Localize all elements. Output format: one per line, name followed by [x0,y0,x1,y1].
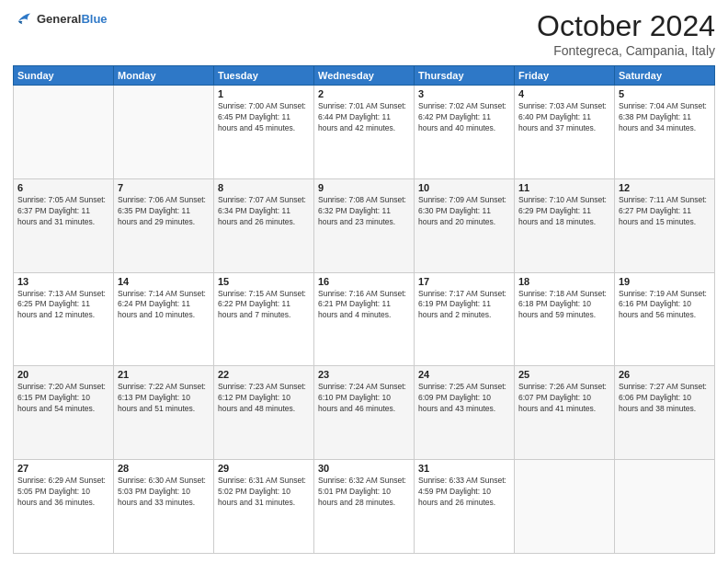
header: GeneralBlue October 2024 Fontegreca, Cam… [13,9,715,58]
calendar-week-5: 27Sunrise: 6:29 AM Sunset: 5:05 PM Dayli… [14,460,715,554]
day-number: 6 [17,182,109,193]
day-info: Sunrise: 6:33 AM Sunset: 4:59 PM Dayligh… [418,476,510,509]
day-info: Sunrise: 7:22 AM Sunset: 6:13 PM Dayligh… [118,382,210,415]
calendar-cell: 10Sunrise: 7:09 AM Sunset: 6:30 PM Dayli… [415,178,515,272]
day-info: Sunrise: 7:08 AM Sunset: 6:32 PM Dayligh… [318,195,410,228]
col-monday: Monday [114,66,214,86]
day-info: Sunrise: 7:26 AM Sunset: 6:07 PM Dayligh… [518,382,610,415]
calendar-cell: 5Sunrise: 7:04 AM Sunset: 6:38 PM Daylig… [615,86,715,179]
calendar-week-1: 1Sunrise: 7:00 AM Sunset: 6:45 PM Daylig… [14,86,715,179]
day-number: 14 [118,276,210,287]
logo-text: GeneralBlue [37,12,108,27]
day-info: Sunrise: 7:18 AM Sunset: 6:18 PM Dayligh… [518,289,610,322]
day-number: 15 [218,276,310,287]
calendar-cell: 21Sunrise: 7:22 AM Sunset: 6:13 PM Dayli… [114,366,214,460]
calendar-cell: 31Sunrise: 6:33 AM Sunset: 4:59 PM Dayli… [415,460,515,554]
day-info: Sunrise: 7:01 AM Sunset: 6:44 PM Dayligh… [318,101,410,134]
day-number: 25 [518,369,610,380]
logo-bird-icon [13,9,33,29]
calendar-header-row: Sunday Monday Tuesday Wednesday Thursday… [14,66,715,86]
day-number: 12 [619,182,711,193]
calendar-cell: 22Sunrise: 7:23 AM Sunset: 6:12 PM Dayli… [214,366,314,460]
day-info: Sunrise: 7:17 AM Sunset: 6:19 PM Dayligh… [418,289,510,322]
logo-general: General [37,12,81,26]
calendar-table: Sunday Monday Tuesday Wednesday Thursday… [13,65,715,554]
calendar-cell: 24Sunrise: 7:25 AM Sunset: 6:09 PM Dayli… [415,366,515,460]
col-wednesday: Wednesday [314,66,415,86]
day-number: 19 [619,276,711,287]
day-number: 9 [318,182,410,193]
calendar-cell: 28Sunrise: 6:30 AM Sunset: 5:03 PM Dayli… [114,460,214,554]
calendar-cell: 30Sunrise: 6:32 AM Sunset: 5:01 PM Dayli… [314,460,415,554]
day-info: Sunrise: 6:31 AM Sunset: 5:02 PM Dayligh… [218,476,310,509]
calendar-cell: 29Sunrise: 6:31 AM Sunset: 5:02 PM Dayli… [214,460,314,554]
day-number: 27 [17,463,109,474]
day-info: Sunrise: 7:13 AM Sunset: 6:25 PM Dayligh… [17,289,109,322]
day-number: 31 [418,463,510,474]
day-number: 23 [318,369,410,380]
calendar-cell: 9Sunrise: 7:08 AM Sunset: 6:32 PM Daylig… [314,178,415,272]
day-info: Sunrise: 7:19 AM Sunset: 6:16 PM Dayligh… [619,289,711,322]
calendar-cell: 6Sunrise: 7:05 AM Sunset: 6:37 PM Daylig… [14,178,114,272]
day-number: 5 [619,88,711,99]
calendar-cell: 16Sunrise: 7:16 AM Sunset: 6:21 PM Dayli… [314,272,415,366]
day-number: 26 [619,369,711,380]
calendar-cell: 19Sunrise: 7:19 AM Sunset: 6:16 PM Dayli… [615,272,715,366]
calendar-cell: 25Sunrise: 7:26 AM Sunset: 6:07 PM Dayli… [515,366,615,460]
day-number: 20 [17,369,109,380]
day-info: Sunrise: 7:07 AM Sunset: 6:34 PM Dayligh… [218,195,310,228]
day-info: Sunrise: 7:09 AM Sunset: 6:30 PM Dayligh… [418,195,510,228]
calendar-cell: 27Sunrise: 6:29 AM Sunset: 5:05 PM Dayli… [14,460,114,554]
calendar-cell: 4Sunrise: 7:03 AM Sunset: 6:40 PM Daylig… [515,86,615,179]
calendar-cell: 1Sunrise: 7:00 AM Sunset: 6:45 PM Daylig… [214,86,314,179]
month-title: October 2024 [537,9,715,43]
calendar-cell: 26Sunrise: 7:27 AM Sunset: 6:06 PM Dayli… [615,366,715,460]
calendar-cell: 17Sunrise: 7:17 AM Sunset: 6:19 PM Dayli… [415,272,515,366]
calendar-week-4: 20Sunrise: 7:20 AM Sunset: 6:15 PM Dayli… [14,366,715,460]
day-info: Sunrise: 7:04 AM Sunset: 6:38 PM Dayligh… [619,101,711,134]
col-thursday: Thursday [415,66,515,86]
day-info: Sunrise: 7:23 AM Sunset: 6:12 PM Dayligh… [218,382,310,415]
title-block: October 2024 Fontegreca, Campania, Italy [537,9,715,58]
calendar-cell: 12Sunrise: 7:11 AM Sunset: 6:27 PM Dayli… [615,178,715,272]
location: Fontegreca, Campania, Italy [537,43,715,58]
day-number: 29 [218,463,310,474]
logo-blue: Blue [81,12,107,26]
calendar-cell: 7Sunrise: 7:06 AM Sunset: 6:35 PM Daylig… [114,178,214,272]
calendar-cell: 11Sunrise: 7:10 AM Sunset: 6:29 PM Dayli… [515,178,615,272]
day-number: 16 [318,276,410,287]
day-info: Sunrise: 7:10 AM Sunset: 6:29 PM Dayligh… [518,195,610,228]
day-info: Sunrise: 7:20 AM Sunset: 6:15 PM Dayligh… [17,382,109,415]
calendar-cell: 18Sunrise: 7:18 AM Sunset: 6:18 PM Dayli… [515,272,615,366]
calendar-cell: 15Sunrise: 7:15 AM Sunset: 6:22 PM Dayli… [214,272,314,366]
calendar-cell: 8Sunrise: 7:07 AM Sunset: 6:34 PM Daylig… [214,178,314,272]
calendar-week-2: 6Sunrise: 7:05 AM Sunset: 6:37 PM Daylig… [14,178,715,272]
day-info: Sunrise: 6:30 AM Sunset: 5:03 PM Dayligh… [118,476,210,509]
day-number: 7 [118,182,210,193]
day-number: 8 [218,182,310,193]
day-info: Sunrise: 7:11 AM Sunset: 6:27 PM Dayligh… [619,195,711,228]
day-number: 17 [418,276,510,287]
day-number: 24 [418,369,510,380]
calendar-cell [515,460,615,554]
day-info: Sunrise: 7:00 AM Sunset: 6:45 PM Dayligh… [218,101,310,134]
calendar-cell [14,86,114,179]
day-info: Sunrise: 7:06 AM Sunset: 6:35 PM Dayligh… [118,195,210,228]
day-number: 10 [418,182,510,193]
day-number: 3 [418,88,510,99]
day-number: 21 [118,369,210,380]
day-info: Sunrise: 7:24 AM Sunset: 6:10 PM Dayligh… [318,382,410,415]
col-saturday: Saturday [615,66,715,86]
col-sunday: Sunday [14,66,114,86]
day-number: 28 [118,463,210,474]
day-info: Sunrise: 7:05 AM Sunset: 6:37 PM Dayligh… [17,195,109,228]
day-info: Sunrise: 7:27 AM Sunset: 6:06 PM Dayligh… [619,382,711,415]
calendar-cell [114,86,214,179]
logo: GeneralBlue [13,9,108,29]
page: GeneralBlue October 2024 Fontegreca, Cam… [0,0,728,563]
col-tuesday: Tuesday [214,66,314,86]
day-number: 30 [318,463,410,474]
calendar-week-3: 13Sunrise: 7:13 AM Sunset: 6:25 PM Dayli… [14,272,715,366]
calendar-cell: 13Sunrise: 7:13 AM Sunset: 6:25 PM Dayli… [14,272,114,366]
day-info: Sunrise: 7:16 AM Sunset: 6:21 PM Dayligh… [318,289,410,322]
